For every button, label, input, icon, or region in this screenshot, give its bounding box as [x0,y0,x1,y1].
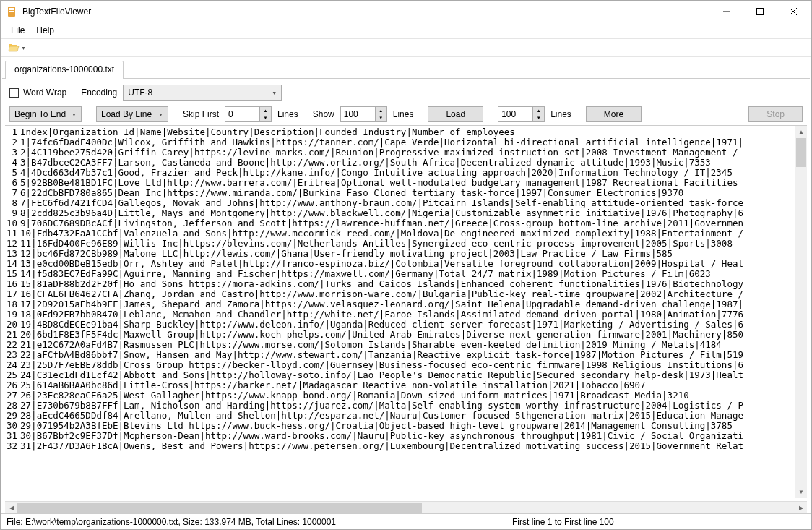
spin-down-icon[interactable]: ▼ [376,114,386,121]
encoding-select[interactable]: UTF-8▼ [123,85,282,101]
chevron-down-icon: ▼ [158,112,163,117]
folder-open-icon [8,42,20,54]
window-title: BigTextFileViewer [22,7,91,17]
text-line: Index|Organization Id|Name|Website|Count… [20,127,795,137]
vertical-scrollbar[interactable]: ▲ ▼ [795,126,807,498]
line-number: 15 [7,269,17,279]
text-line: 10|Fdb4732FaA1CCbf|Valenzuela and Sons|h… [20,228,795,239]
spin-up-icon[interactable]: ▲ [376,107,386,114]
maximize-button[interactable] [743,1,777,22]
text-line: 15|81aDF88b2d2F20f|Ho and Sons|https://m… [20,279,795,289]
line-number: 8 [7,198,17,208]
more-button[interactable]: More [586,106,642,122]
line-number: 12 [7,239,17,249]
direction-select[interactable]: Begin To End▼ [9,106,82,122]
close-button[interactable] [777,1,810,22]
svg-rect-5 [757,8,764,14]
minimize-button[interactable] [710,1,743,22]
line-number: 27 [7,390,17,401]
line-number: 17 [7,289,17,299]
text-line: 31|2F4377D3A6F1BcA|Owens, Best and Power… [20,441,795,451]
status-file-info: File: E:\work\temp\organizations-1000000… [7,517,512,527]
line-number: 2 [7,137,17,148]
svg-rect-1 [9,8,14,9]
line-number: 14 [7,259,17,269]
spin-up-icon[interactable]: ▲ [533,107,544,114]
text-line: 20|6bd1F8E3fF5F4dc|Maxwell Group|http://… [20,330,795,340]
text-line: 29|071954b2A3BfEbE|Blevins Ltd|https://w… [20,421,795,431]
text-line: 28|aEcdC4665DDdf84|Arellano, Mullen and … [20,411,795,421]
text-line: 30|B67Bbf2c9EF37Df|Mcpherson-Dean|http:/… [20,431,795,441]
load-mode-select[interactable]: Load By Line▼ [96,106,168,122]
text-line: 12|bc46Fd872CBb989|Malone LLC|http://lew… [20,249,795,259]
text-line: 16|CFAE6FB64627CFA|Zhang, Jordan and Cas… [20,289,795,299]
text-line: 11|16FdD400Fc96E89|Willis Inc|https://bl… [20,239,795,249]
chevron-down-icon: ▼ [72,112,77,117]
line-number: 29 [7,411,17,421]
text-line: 17|2D92015aEb4b9EF|James, Shepard and Za… [20,299,795,309]
text-line: 6|22dCbBFD780a865|Dean Inc|https://www.m… [20,188,795,198]
text-line: 18|0Fd92FB7bb0B470|Leblanc, Mcmahon and … [20,309,795,320]
scroll-right-icon[interactable]: ▶ [795,502,807,513]
text-line: 4|4Dcd663d47b37c1|Good, Frazier and Peck… [20,168,795,178]
line-number: 4 [7,158,17,168]
scroll-thumb[interactable] [17,503,422,513]
scroll-left-icon[interactable]: ◀ [5,502,17,513]
horizontal-scrollbar[interactable]: ◀ ▶ [5,501,807,513]
more-input[interactable]: 100 ▲▼ [498,106,545,122]
text-line: 24|C31ec1dFd1Ecf42|Abbott and Sons|http:… [20,370,795,380]
show-label: Show [313,109,334,119]
menu-help[interactable]: Help [30,24,60,37]
chevron-down-icon: ▼ [272,90,277,95]
line-number: 1 [7,127,17,137]
line-number: 28 [7,401,17,411]
line-number: 5 [7,168,17,178]
stop-button[interactable]: Stop [748,106,803,122]
scroll-down-icon[interactable]: ▼ [795,486,807,498]
text-line: 5|92BB0Be481BD1FC|Love Ltd|http://www.ba… [20,178,795,188]
svg-rect-3 [9,11,14,12]
line-number: 32 [7,441,17,451]
line-number: 31 [7,431,17,441]
status-range: First line 1 to First line 100 [512,517,614,527]
file-tab[interactable]: organizations-1000000.txt [5,61,124,79]
line-number: 22 [7,340,17,350]
scroll-thumb[interactable] [796,138,806,167]
line-number: 6 [7,178,17,188]
show-input[interactable]: 100 ▲▼ [340,106,387,122]
spin-up-icon[interactable]: ▲ [260,107,271,114]
text-line: 14|f5d83EC7EdFa99C|Aguirre, Manning and … [20,269,795,279]
line-number: 13 [7,249,17,259]
line-number: 19 [7,309,17,320]
show-unit: Lines [393,109,414,119]
text-line: 3|B47dbceC2CA3FF7|Larson, Castaneda and … [20,158,795,168]
line-number-gutter: 1234567891011121314151617181920212223242… [5,126,20,498]
wordwrap-checkbox[interactable]: Word Wrap [9,87,66,98]
line-number: 9 [7,208,17,218]
text-line: 27|E730b679b8B7FFf|Lam, Nicholson and Ha… [20,401,795,411]
text-line: 19|4BD8CdECEc91ba4|Sharp-Buckley|http://… [20,320,795,330]
spin-down-icon[interactable]: ▼ [533,114,544,121]
line-number: 26 [7,380,17,390]
line-number: 30 [7,421,17,431]
load-button[interactable]: Load [428,106,483,122]
line-number: 20 [7,320,17,330]
text-content[interactable]: Index|Organization Id|Name|Website|Count… [20,126,795,498]
line-number: 23 [7,350,17,360]
text-line: 8|2cdd825c3b96a4D|Little, Mays and Montg… [20,208,795,218]
dropdown-icon: ▼ [21,46,26,51]
menu-file[interactable]: File [5,24,30,37]
scroll-up-icon[interactable]: ▲ [795,126,807,138]
skipfirst-input[interactable]: 0 ▲▼ [225,106,272,122]
line-number: 25 [7,370,17,380]
text-line: 23|25D7F7eEBE78ddb|Cross Group|https://b… [20,360,795,370]
skipfirst-label: Skip First [183,109,219,119]
skipfirst-unit: Lines [277,109,298,119]
spin-down-icon[interactable]: ▼ [260,114,271,121]
text-line: 21|e12C672A0aFd4B7|Rasmussen PLC|https:/… [20,340,795,350]
text-line: 13|e0cd00BDeB15edb|Orr, Ashley and Patel… [20,259,795,269]
open-file-button[interactable]: ▼ [5,40,29,55]
line-number: 18 [7,299,17,309]
line-number: 7 [7,188,17,198]
line-number: 21 [7,330,17,340]
